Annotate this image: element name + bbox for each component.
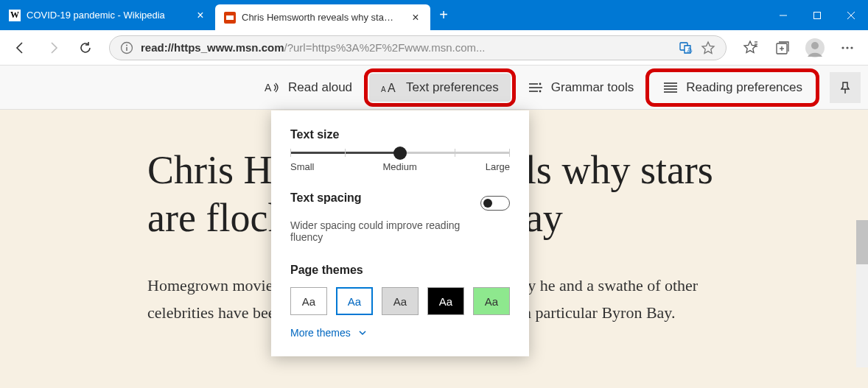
reader-toolbar: A Read aloud AA Text preferences Grammar… xyxy=(0,66,868,110)
grammar-tools-button[interactable]: Grammar tools xyxy=(516,74,645,102)
grammar-icon xyxy=(528,80,544,96)
highlight-reading-prefs: Reading preferences xyxy=(645,68,819,107)
svg-point-20 xyxy=(846,46,848,49)
svg-text:A: A xyxy=(265,82,272,94)
tab-title: Chris Hemsworth reveals why sta… xyxy=(242,12,404,23)
theme-swatches: AaAaAaAaAa xyxy=(290,287,510,315)
favorites-button[interactable] xyxy=(735,33,765,63)
url-text: read://https_www.msn.com/?url=https%3A%2… xyxy=(141,41,671,54)
tab-active[interactable]: Chris Hemsworth reveals why sta… × xyxy=(215,4,430,30)
scrollbar-vertical[interactable] xyxy=(856,220,868,367)
new-tab-button[interactable]: + xyxy=(430,0,457,30)
browser-titlebar: W COVID-19 pandemic - Wikipedia × Chris … xyxy=(0,0,868,30)
text-spacing-heading: Text spacing xyxy=(290,191,362,205)
slider-label-small: Small xyxy=(290,161,315,172)
site-info-icon[interactable] xyxy=(120,41,133,54)
more-button[interactable] xyxy=(833,33,862,63)
tab-inactive[interactable]: W COVID-19 pandemic - Wikipedia × xyxy=(0,0,215,30)
text-preferences-label: Text preferences xyxy=(406,80,499,95)
read-aloud-label: Read aloud xyxy=(288,80,352,95)
reading-preferences-label: Reading preferences xyxy=(686,80,802,95)
theme-swatch[interactable]: Aa xyxy=(290,287,327,315)
slider-thumb[interactable] xyxy=(393,147,407,160)
favorite-star-icon[interactable] xyxy=(701,40,715,55)
text-size-heading: Text size xyxy=(290,128,510,141)
address-bar[interactable]: read://https_www.msn.com/?url=https%3A%2… xyxy=(109,35,727,60)
svg-point-7 xyxy=(126,44,127,46)
text-size-icon: AA xyxy=(381,80,399,96)
chevron-down-icon xyxy=(358,328,367,337)
text-preferences-button[interactable]: AA Text preferences xyxy=(369,74,511,102)
reading-preferences-button[interactable]: Reading preferences xyxy=(651,74,814,102)
theme-swatch[interactable]: Aa xyxy=(382,287,419,315)
svg-point-29 xyxy=(539,90,541,92)
svg-text:A: A xyxy=(388,82,396,94)
maximize-button[interactable] xyxy=(800,0,834,30)
read-aloud-icon: A xyxy=(265,80,281,96)
close-icon[interactable]: × xyxy=(410,12,421,24)
wikipedia-favicon-icon: W xyxy=(9,10,21,21)
theme-swatch[interactable]: Aa xyxy=(336,287,373,315)
tab-title: COVID-19 pandemic - Wikipedia xyxy=(27,10,189,21)
svg-point-21 xyxy=(850,46,853,49)
browser-navbar: read://https_www.msn.com/?url=https%3A%2… xyxy=(0,30,868,66)
svg-text:あ: あ xyxy=(687,46,693,53)
svg-point-19 xyxy=(841,46,844,49)
back-button[interactable] xyxy=(6,33,35,63)
svg-rect-1 xyxy=(226,15,234,20)
read-aloud-button[interactable]: A Read aloud xyxy=(253,74,364,102)
slider-label-large: Large xyxy=(486,161,510,172)
slider-labels: Small Medium Large xyxy=(290,161,510,172)
collections-button[interactable] xyxy=(768,33,797,63)
msn-favicon-icon xyxy=(224,12,236,24)
refresh-button[interactable] xyxy=(71,33,100,63)
translate-icon[interactable]: あ xyxy=(679,40,693,55)
text-size-slider[interactable] xyxy=(290,152,510,154)
svg-point-18 xyxy=(811,42,819,49)
theme-swatch[interactable]: Aa xyxy=(427,287,464,315)
more-themes-link[interactable]: More themes xyxy=(290,327,510,339)
scrollbar-thumb[interactable] xyxy=(856,220,868,264)
close-window-button[interactable] xyxy=(834,0,868,30)
theme-swatch[interactable]: Aa xyxy=(473,287,510,315)
text-preferences-popover: Text size Small Medium Large Text spacin… xyxy=(271,110,529,356)
page-themes-heading: Page themes xyxy=(290,264,510,277)
minimize-button[interactable] xyxy=(766,0,800,30)
svg-point-28 xyxy=(539,82,541,85)
slider-label-medium: Medium xyxy=(383,161,417,172)
reading-prefs-icon xyxy=(662,80,679,96)
close-icon[interactable]: × xyxy=(195,10,206,21)
window-controls xyxy=(766,0,868,30)
svg-text:A: A xyxy=(381,85,386,94)
svg-rect-3 xyxy=(814,12,821,18)
grammar-tools-label: Grammar tools xyxy=(551,80,634,95)
profile-button[interactable] xyxy=(800,33,830,63)
text-spacing-hint: Wider spacing could improve reading flue… xyxy=(290,219,475,243)
forward-button[interactable] xyxy=(38,33,68,63)
text-spacing-toggle[interactable] xyxy=(480,196,510,211)
pin-toolbar-button[interactable] xyxy=(830,72,861,103)
highlight-text-prefs: AA Text preferences xyxy=(364,68,516,107)
